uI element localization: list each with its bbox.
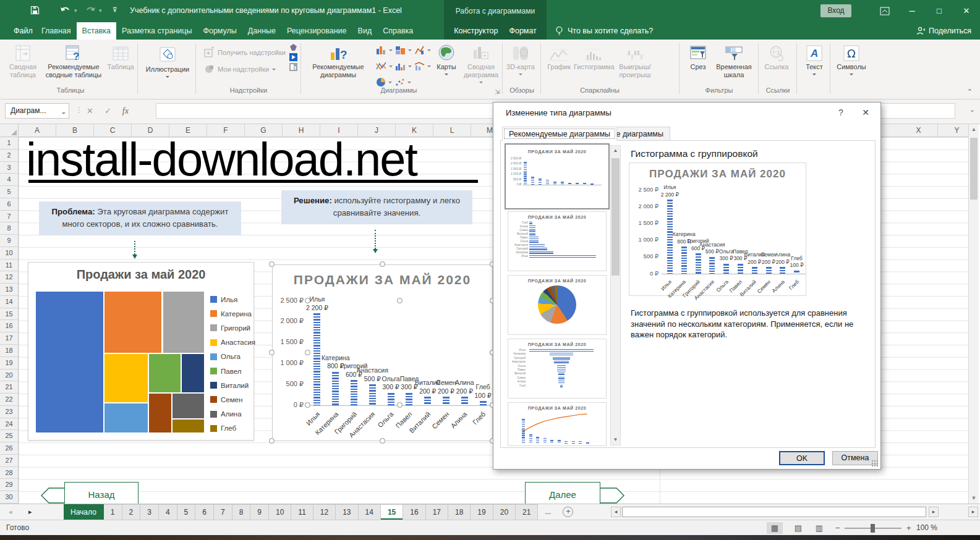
sheet-tab-10[interactable]: 10 bbox=[269, 504, 291, 520]
row-header-19[interactable]: 19 bbox=[0, 357, 18, 369]
selection-handle[interactable] bbox=[269, 350, 275, 355]
sheet-tab-11[interactable]: 11 bbox=[291, 504, 313, 520]
solution-callout[interactable]: Решение: используйте гистограмму и легко… bbox=[281, 190, 472, 224]
minimize-button[interactable]: ─ bbox=[898, 0, 926, 22]
chart-thumbnail-pareto[interactable]: ПРОДАЖИ ЗА МАЙ 2020 bbox=[508, 402, 607, 446]
row-header-13[interactable]: 13 bbox=[0, 284, 18, 296]
sheet-tab-overflow[interactable]: ... bbox=[538, 504, 558, 520]
sheet-prev-icon[interactable]: ◂ bbox=[9, 508, 12, 516]
row-header-10[interactable]: 10 bbox=[0, 247, 18, 259]
tab-insert[interactable]: Вставка bbox=[77, 22, 116, 40]
row-header-9[interactable]: 9 bbox=[0, 235, 18, 247]
tab-help[interactable]: Справка bbox=[377, 22, 419, 40]
maximize-button[interactable]: □ bbox=[926, 0, 953, 22]
row-header-5[interactable]: 5 bbox=[0, 186, 18, 198]
tab-chart-design[interactable]: Конструктор bbox=[448, 22, 503, 40]
row-header-3[interactable]: 3 bbox=[0, 162, 18, 174]
row-header-29[interactable]: 29 bbox=[0, 479, 18, 491]
selection-handle[interactable] bbox=[397, 298, 403, 303]
sheet-tab-2[interactable]: 2 bbox=[122, 504, 141, 520]
selection-handle[interactable] bbox=[380, 438, 385, 444]
row-header-8[interactable]: 8 bbox=[0, 222, 18, 235]
cancel-entry-icon[interactable]: ✕ bbox=[87, 106, 93, 116]
hierarchy-chart-icon[interactable] bbox=[414, 45, 425, 54]
map3d-button[interactable]: 3D-карта bbox=[506, 43, 535, 79]
chart-thumbnail-funnel[interactable]: ПРОДАЖИ ЗА МАЙ 2020ИльяКатеринаГригорийА… bbox=[508, 339, 607, 399]
insert-function-icon[interactable]: fx bbox=[122, 106, 129, 116]
chart-thumbnail-column[interactable]: ПРОДАЖИ ЗА МАЙ 20202 500 ₽2 000 ₽1 500 ₽… bbox=[508, 146, 607, 206]
pie-chart-icon[interactable] bbox=[376, 77, 386, 87]
selection-handle[interactable] bbox=[269, 438, 275, 444]
row-header-2[interactable]: 2 bbox=[0, 150, 18, 162]
bar-column-iconon[interactable] bbox=[395, 61, 406, 70]
scatter-chart-icon[interactable] bbox=[394, 78, 405, 87]
sign-in-button[interactable]: Вход bbox=[820, 4, 851, 17]
sheet-tab-8[interactable]: 8 bbox=[232, 504, 251, 520]
tab-formulas[interactable]: Формулы bbox=[197, 22, 242, 40]
column-chart-icon[interactable] bbox=[376, 45, 386, 54]
expand-formula-bar-icon[interactable]: ⌄ bbox=[969, 106, 975, 114]
normal-view-icon[interactable]: ▦ bbox=[767, 522, 783, 534]
save-icon[interactable] bbox=[30, 5, 40, 17]
hscroll-right-icon[interactable]: ▸ bbox=[929, 507, 939, 517]
hscroll-left-icon[interactable]: ◂ bbox=[611, 507, 621, 517]
tab-recommended-charts[interactable]: Рекомендуемые диаграммы bbox=[502, 127, 617, 141]
undo-dropdown-icon[interactable]: ▾ bbox=[74, 7, 77, 20]
sheet-next-icon[interactable]: ▸ bbox=[28, 508, 32, 516]
row-header-24[interactable]: 24 bbox=[0, 418, 18, 431]
dialog-scroll-down-icon[interactable]: ▼ bbox=[611, 435, 620, 445]
pivot-table-button[interactable]: Сводная таблица bbox=[6, 43, 40, 79]
problem-callout[interactable]: Проблема: Эта круговая диаграмма содержи… bbox=[39, 201, 241, 235]
selection-handle[interactable] bbox=[380, 261, 385, 267]
combo-chart-icon[interactable] bbox=[414, 61, 425, 70]
link-button[interactable]: Ссылка bbox=[763, 43, 790, 71]
selection-handle[interactable] bbox=[305, 350, 310, 355]
sheet-tab-9[interactable]: 9 bbox=[250, 504, 269, 520]
charts-dialog-launcher-icon[interactable]: ⇲ bbox=[495, 88, 500, 95]
dialog-close-icon[interactable]: ✕ bbox=[858, 108, 873, 117]
row-header-21[interactable]: 21 bbox=[0, 381, 18, 394]
sheet-tab-4[interactable]: 4 bbox=[159, 504, 177, 520]
page-layout-view-icon[interactable]: ▤ bbox=[790, 522, 806, 534]
recommended-charts-button[interactable]: ? Рекомендуемые диаграммы bbox=[304, 43, 372, 79]
illustrations-button[interactable]: Иллюстрации bbox=[143, 45, 192, 82]
sheet-tab-19[interactable]: 19 bbox=[471, 504, 493, 520]
zoom-slider-thumb[interactable] bbox=[871, 524, 875, 533]
slicer-button[interactable]: Срез bbox=[684, 43, 712, 71]
maps-button[interactable]: Карты bbox=[433, 43, 460, 79]
table-button[interactable]: Таблица bbox=[106, 43, 135, 71]
sheet-tab-13[interactable]: 13 bbox=[336, 504, 358, 520]
line-chart-dropdown-icon[interactable] bbox=[389, 65, 393, 69]
stacked-chart-icon[interactable] bbox=[395, 45, 406, 54]
scroll-down-icon[interactable]: ▼ bbox=[969, 493, 979, 504]
close-button[interactable]: ✕ bbox=[953, 0, 980, 22]
row-header-22[interactable]: 22 bbox=[0, 394, 18, 406]
column-header-X[interactable]: X bbox=[900, 124, 938, 137]
row-header-27[interactable]: 27 bbox=[0, 455, 18, 467]
row-header-1[interactable]: 1 bbox=[0, 137, 18, 150]
sheet-tab-5[interactable]: 5 bbox=[177, 504, 196, 520]
sheet-tab-20[interactable]: 20 bbox=[493, 504, 516, 520]
zoom-out-icon[interactable]: − bbox=[835, 523, 840, 533]
name-box[interactable]: Диаграм... bbox=[5, 103, 69, 119]
sheet-tab-14[interactable]: 14 bbox=[359, 504, 381, 520]
selection-handle[interactable] bbox=[269, 261, 275, 267]
zoom-percentage[interactable]: 100 % bbox=[916, 523, 937, 532]
dialog-scroll-up-icon[interactable]: ▲ bbox=[611, 146, 620, 156]
scatter-chart-dropdown-icon[interactable] bbox=[407, 82, 411, 85]
bar-column-dropdown-icon[interactable] bbox=[408, 65, 412, 69]
row-header-30[interactable]: 30 bbox=[0, 491, 18, 504]
row-header-6[interactable]: 6 bbox=[0, 198, 18, 211]
sheet-tab-17[interactable]: 17 bbox=[426, 504, 448, 520]
row-header-18[interactable]: 18 bbox=[0, 345, 18, 357]
row-header-28[interactable]: 28 bbox=[0, 467, 18, 479]
dialog-scroll-thumb[interactable] bbox=[611, 158, 620, 276]
line-chart-icon[interactable] bbox=[376, 61, 386, 70]
row-header-11[interactable]: 11 bbox=[0, 259, 18, 272]
dialog-resize-grip[interactable] bbox=[871, 460, 879, 467]
collapse-ribbon-icon[interactable]: ⌃ bbox=[967, 88, 973, 96]
selection-handle[interactable] bbox=[305, 298, 310, 303]
row-header-25[interactable]: 25 bbox=[0, 430, 18, 442]
sheet-tab-16[interactable]: 16 bbox=[403, 504, 425, 520]
sheet-tab-1[interactable]: 1 bbox=[104, 504, 122, 520]
